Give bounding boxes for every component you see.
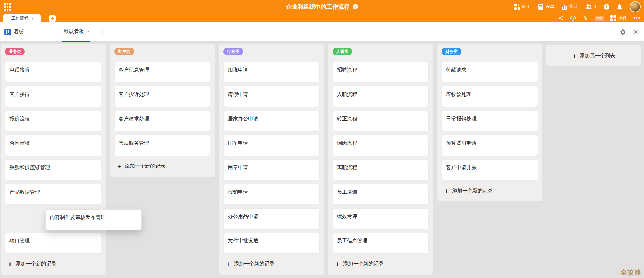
info-icon[interactable]: i	[353, 4, 358, 9]
collaborator-count: 1	[594, 4, 597, 9]
add-table-button[interactable]: +	[49, 15, 56, 22]
kanban-card[interactable]: 产品数据管理	[5, 184, 101, 205]
kanban-card[interactable]: 用章申请	[223, 159, 320, 180]
users-icon	[585, 4, 592, 9]
code-button[interactable]: </>	[595, 16, 604, 21]
bell-icon[interactable]	[617, 4, 623, 10]
kanban-card[interactable]: 合同审核	[5, 135, 101, 156]
column-badge: 财务类	[442, 48, 461, 55]
view-type-label: 看板	[14, 29, 23, 35]
add-record-button[interactable]: +添加一个新的记录	[223, 257, 320, 271]
apps-icon	[514, 4, 520, 10]
help-icon[interactable]: ?	[604, 4, 609, 10]
kanban-card[interactable]: 员工信息管理	[333, 233, 429, 254]
kanban-view-icon	[4, 29, 11, 35]
form-icon	[538, 4, 544, 10]
kanban-card[interactable]: 办公用品申请	[223, 208, 320, 229]
kanban-board: 业务类电话接听客户接待报价流程合同审核采购和供应链管理产品数据管理项目管理+添加…	[0, 42, 644, 278]
add-view-button[interactable]: +	[101, 28, 105, 36]
page-title: 企业和组织中的工作流程	[286, 3, 350, 11]
add-record-button[interactable]: +添加一个新的记录	[442, 184, 538, 197]
watermark: 全攻略	[620, 268, 642, 277]
add-list-label: 添加另一个列表	[580, 53, 615, 59]
add-list-button[interactable]: + 添加另一个列表	[546, 45, 641, 66]
header-title-row: 企业和组织中的工作流程 i 应用 表单	[0, 0, 644, 14]
kanban-card[interactable]: 报价流程	[5, 111, 101, 132]
sliders-icon[interactable]	[582, 15, 588, 21]
board-column: 客户类客户信息管理客户投诉处理客户请求处理售后服务管理+添加一个新的记录	[110, 44, 215, 177]
kanban-card[interactable]: 报销申请	[223, 184, 320, 205]
view-type: 看板	[4, 29, 23, 35]
column-badge: 人事类	[333, 48, 352, 55]
add-record-button[interactable]: +添加一个新的记录	[114, 159, 210, 173]
seatable-app: { "header": { "title": "企业和组织中的工作流程", "n…	[0, 0, 644, 278]
kanban-card[interactable]: 采购和供应链管理	[5, 159, 101, 180]
kanban-card[interactable]: 售后服务管理	[114, 135, 210, 156]
table-tab-active[interactable]: 工作流程 ▾	[3, 14, 41, 22]
kanban-card[interactable]: 转正流程	[333, 111, 429, 132]
kanban-card[interactable]: 日常报销处理	[442, 111, 538, 132]
chevron-down-icon: ▾	[31, 17, 33, 20]
plugins-button[interactable]: 插件	[610, 15, 627, 21]
kanban-card[interactable]: 调岗流程	[333, 135, 429, 156]
plus-icon: +	[8, 261, 12, 267]
toolbar-right: ×	[620, 28, 638, 36]
nav-forms[interactable]: 表单	[538, 4, 555, 10]
add-record-label: 添加一个新的记录	[452, 187, 493, 194]
nav-stats[interactable]: 统计	[562, 4, 578, 10]
view-toolbar: 看板 默认看板 ▾ + ×	[0, 22, 644, 42]
more-options-icon[interactable]: •••	[633, 15, 641, 21]
add-record-label: 添加一个新的记录	[16, 261, 56, 267]
board-column: 业务类电话接听客户接待报价流程合同审核采购和供应链管理产品数据管理项目管理+添加…	[1, 44, 106, 275]
apps-grid-icon[interactable]	[4, 3, 11, 11]
kanban-card[interactable]: 客户申请开票	[442, 159, 538, 180]
kanban-card[interactable]: 客户信息管理	[114, 62, 210, 83]
share-icon[interactable]	[558, 15, 564, 21]
add-record-label: 添加一个新的记录	[234, 261, 275, 267]
add-record-label: 添加一个新的记录	[125, 163, 165, 170]
nav-apps-label: 应用	[522, 4, 531, 10]
kanban-card[interactable]: 文件审批发放	[223, 233, 320, 254]
kanban-card[interactable]: 离职流程	[333, 159, 429, 180]
chevron-down-icon[interactable]: ▾	[87, 29, 89, 33]
plus-icon: +	[117, 163, 121, 170]
board-column: 行政类加班申请请假申请居家办公申请用车申请用章申请报销申请办公用品申请文件审批发…	[219, 44, 324, 275]
kanban-card[interactable]: 客户投诉处理	[114, 86, 210, 107]
column-badge: 行政类	[223, 48, 243, 55]
kanban-card[interactable]: 员工培训	[333, 184, 429, 205]
view-tab-label: 默认看板	[64, 28, 84, 35]
bar-chart-icon	[562, 4, 567, 10]
kanban-card[interactable]: 项目管理	[5, 233, 101, 254]
close-icon[interactable]: ×	[633, 28, 638, 36]
kanban-card[interactable]: 入职流程	[333, 86, 429, 107]
dragging-card[interactable]: 内容制作及审核发布管理	[45, 209, 142, 230]
settings-gear-icon[interactable]	[620, 29, 626, 35]
kanban-card[interactable]: 居家办公申请	[223, 111, 320, 132]
table-tab-row: 工作流程 ▾ + </>	[0, 14, 644, 22]
plus-icon: +	[572, 53, 576, 59]
kanban-card[interactable]: 电话接听	[5, 62, 101, 83]
add-record-button[interactable]: +添加一个新的记录	[333, 257, 429, 271]
kanban-card[interactable]: 用车申请	[223, 135, 320, 156]
kanban-card[interactable]: 绩效考评	[333, 208, 429, 229]
kanban-card[interactable]: 请假申请	[223, 86, 320, 107]
kanban-card[interactable]: 应收款处理	[442, 86, 538, 107]
kanban-card[interactable]: 预算费用申请	[442, 135, 538, 156]
kanban-card[interactable]: 付款请求	[442, 62, 538, 83]
plus-icon: +	[226, 261, 230, 267]
kanban-card[interactable]: 招聘流程	[333, 62, 429, 83]
view-tab-default[interactable]: 默认看板 ▾	[62, 22, 90, 42]
nav-stats-label: 统计	[569, 4, 578, 10]
table-toolbar-icons: </> 插件 •••	[558, 15, 641, 22]
kanban-card[interactable]: 客户接待	[5, 86, 101, 107]
kanban-card[interactable]: 客户请求处理	[114, 111, 210, 132]
plugin-icon	[610, 15, 616, 21]
nav-apps[interactable]: 应用	[514, 4, 531, 10]
user-avatar[interactable]	[630, 1, 641, 12]
plus-icon: +	[445, 187, 448, 194]
collaborators[interactable]: 1	[585, 4, 597, 9]
kanban-card[interactable]: 加班申请	[223, 62, 320, 83]
add-record-button[interactable]: +添加一个新的记录	[5, 257, 101, 271]
history-clock-icon[interactable]	[570, 15, 576, 21]
board-column: 财务类付款请求应收款处理日常报销处理预算费用申请客户申请开票+添加一个新的记录	[437, 44, 542, 201]
